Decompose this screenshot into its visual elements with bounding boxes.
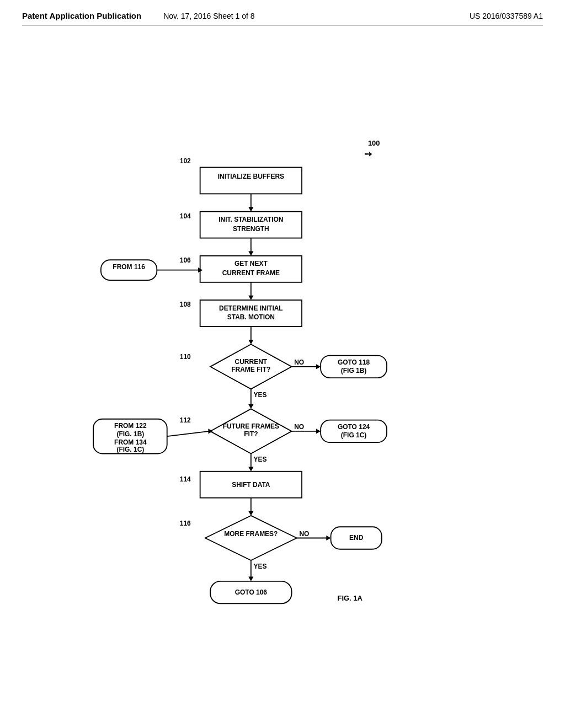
svg-text:END: END	[349, 534, 364, 542]
svg-marker-55	[316, 429, 321, 433]
svg-marker-61	[248, 467, 253, 471]
svg-text:112: 112	[180, 416, 191, 424]
svg-text:GOTO 106: GOTO 106	[235, 588, 268, 596]
svg-text:102: 102	[180, 157, 191, 165]
svg-text:MORE FRAMES?: MORE FRAMES?	[224, 530, 278, 538]
diagram-svg: 100 ➙ 102 INITIALIZE BUFFERS 104 INIT. S…	[22, 42, 543, 676]
svg-text:INIT. STABILIZATION: INIT. STABILIZATION	[218, 216, 283, 223]
svg-text:STAB. MOTION: STAB. MOTION	[227, 313, 275, 321]
svg-marker-28	[248, 340, 253, 344]
svg-text:FUTURE FRAMES: FUTURE FRAMES	[223, 422, 279, 430]
svg-text:FRAME FIT?: FRAME FIT?	[231, 366, 270, 373]
svg-text:FROM 134: FROM 134	[114, 438, 147, 446]
svg-text:NO: NO	[294, 423, 304, 431]
svg-marker-52	[208, 429, 212, 433]
svg-text:FIT?: FIT?	[244, 430, 258, 438]
svg-text:YES: YES	[253, 563, 266, 570]
svg-text:104: 104	[180, 212, 191, 220]
svg-marker-22	[248, 296, 253, 300]
svg-text:INITIALIZE BUFFERS: INITIALIZE BUFFERS	[218, 173, 284, 180]
svg-text:FROM 122: FROM 122	[114, 422, 147, 430]
header: Patent Application Publication Nov. 17, …	[22, 11, 543, 25]
svg-line-51	[167, 431, 210, 436]
svg-text:➙: ➙	[364, 149, 372, 159]
svg-text:116: 116	[180, 520, 191, 527]
svg-text:(FIG 1B): (FIG 1B)	[341, 367, 367, 374]
svg-rect-3	[200, 167, 302, 194]
page: Patent Application Publication Nov. 17, …	[0, 0, 565, 728]
svg-text:110: 110	[180, 353, 191, 361]
svg-marker-6	[248, 207, 253, 211]
svg-text:GOTO 124: GOTO 124	[338, 423, 370, 431]
svg-text:114: 114	[180, 475, 191, 483]
header-date-sheet: Nov. 17, 2016 Sheet 1 of 8	[163, 12, 255, 20]
svg-text:FIG. 1A: FIG. 1A	[338, 594, 363, 602]
svg-text:CURRENT FRAME: CURRENT FRAME	[222, 269, 280, 277]
svg-text:(FIG. 1B): (FIG. 1B)	[116, 430, 144, 438]
svg-text:(FIG. 1C): (FIG. 1C)	[116, 446, 144, 453]
svg-text:FROM 116: FROM 116	[113, 263, 145, 271]
svg-text:100: 100	[368, 139, 380, 147]
svg-text:STRENGTH: STRENGTH	[233, 225, 269, 233]
svg-marker-12	[248, 251, 253, 256]
svg-marker-35	[316, 364, 321, 369]
diagram-area: 100 ➙ 102 INITIALIZE BUFFERS 104 INIT. S…	[22, 42, 543, 676]
svg-marker-68	[205, 516, 297, 560]
svg-text:NO: NO	[294, 358, 304, 366]
svg-text:GET NEXT: GET NEXT	[234, 260, 268, 267]
svg-marker-77	[248, 577, 253, 581]
header-patent-number: US 2016/0337589 A1	[470, 12, 543, 20]
svg-text:106: 106	[180, 256, 191, 264]
svg-text:DETERMINE INITIAL: DETERMINE INITIAL	[219, 304, 283, 312]
svg-text:GOTO 118: GOTO 118	[338, 358, 370, 366]
svg-text:NO: NO	[299, 530, 309, 538]
header-publication-label: Patent Application Publication	[22, 11, 141, 20]
svg-text:SHIFT DATA: SHIFT DATA	[232, 481, 270, 489]
svg-text:CURRENT: CURRENT	[235, 358, 268, 366]
svg-text:YES: YES	[253, 391, 266, 399]
svg-marker-66	[248, 511, 253, 516]
svg-text:108: 108	[180, 301, 191, 308]
svg-text:YES: YES	[253, 456, 266, 463]
svg-text:(FIG 1C): (FIG 1C)	[341, 431, 367, 439]
svg-marker-72	[326, 536, 331, 540]
svg-marker-41	[248, 404, 253, 409]
